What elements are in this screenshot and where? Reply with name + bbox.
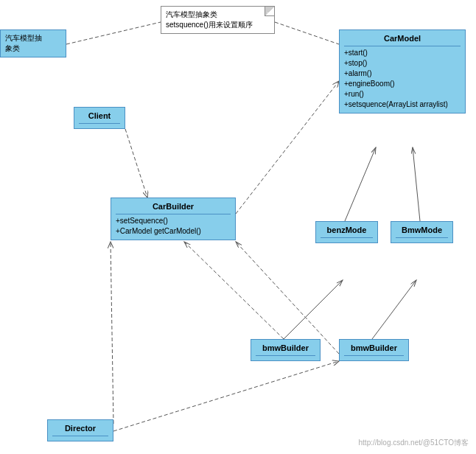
diagram-container: 汽车模型抽象类 setsquence()用来设置顺序 汽车模型抽象类 Clien… xyxy=(0,0,476,454)
client-title: Client xyxy=(79,111,120,124)
director-box: Director xyxy=(47,419,113,441)
bmw-builder1-box: bmwBuilder xyxy=(251,339,321,361)
car-model-box: CarModel +start()+stop()+alarm()+engineB… xyxy=(339,29,466,114)
svg-line-1 xyxy=(66,22,161,44)
svg-line-5 xyxy=(125,129,147,198)
car-model-abstract-box: 汽车模型抽象类 xyxy=(0,29,66,57)
car-builder-methods: +setSequence()+CarModel getCarModel() xyxy=(116,216,231,237)
svg-line-7 xyxy=(372,280,416,339)
bmw-builder1-title: bmwBuilder xyxy=(256,343,315,356)
svg-line-10 xyxy=(113,361,339,431)
bmw-mode-box: BmwMode xyxy=(391,221,453,243)
car-model-methods: +start()+stop()+alarm()+engineBoom()+run… xyxy=(344,48,461,110)
director-title: Director xyxy=(52,423,108,436)
svg-line-0 xyxy=(275,22,339,44)
svg-line-4 xyxy=(236,81,339,214)
note-line1: 汽车模型抽象类 xyxy=(166,10,270,20)
bmw-builder2-title: bmwBuilder xyxy=(344,343,404,356)
benz-mode-title: benzMode xyxy=(321,225,373,238)
bmw-mode-title: BmwMode xyxy=(396,225,448,238)
car-builder-title: CarBuilder xyxy=(116,201,231,214)
svg-line-11 xyxy=(111,242,113,424)
svg-line-9 xyxy=(236,242,339,354)
svg-line-2 xyxy=(345,147,376,221)
svg-line-8 xyxy=(184,242,284,339)
bmw-builder2-box: bmwBuilder xyxy=(339,339,409,361)
svg-line-3 xyxy=(413,147,420,221)
note-line2: setsquence()用来设置顺序 xyxy=(166,20,270,30)
benz-mode-box: benzMode xyxy=(315,221,378,243)
client-box: Client xyxy=(74,107,125,129)
watermark: http://blog.csdn.net/@51CTO博客 xyxy=(359,438,469,448)
car-model-note: 汽车模型抽象类 setsquence()用来设置顺序 xyxy=(161,6,275,34)
car-model-abstract-label: 汽车模型抽象类 xyxy=(5,33,61,54)
car-model-title: CarModel xyxy=(344,33,461,46)
svg-line-6 xyxy=(284,280,343,339)
car-builder-box: CarBuilder +setSequence()+CarModel getCa… xyxy=(111,198,236,240)
